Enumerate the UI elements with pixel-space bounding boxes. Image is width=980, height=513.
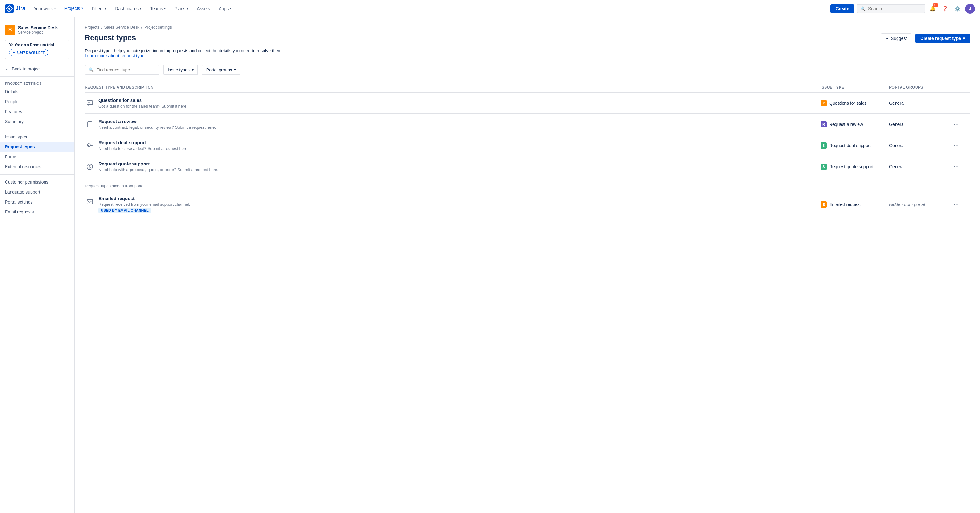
learn-more-link[interactable]: Learn more about request types. [85,53,148,58]
rt-desc: Request received from your email support… [99,202,190,207]
row-actions: ··· [951,141,970,150]
portal-groups-filter-button[interactable]: Portal groups ▾ [202,65,240,75]
sidebar-trial-title: You're on a Premium trial [9,43,65,47]
rt-desc: Need help to close a deal? Submit a requ… [99,146,188,151]
sidebar-divider-3 [0,174,75,175]
sidebar-item-customer-permissions[interactable]: Customer permissions [0,177,75,187]
page-header: Request types ✦ Suggest Create request t… [85,33,970,43]
rt-icon-chat [85,98,95,108]
rt-details: Request a review Need a contract, legal,… [99,119,216,130]
rt-name[interactable]: Request quote support [99,161,218,166]
issue-badge: E [821,201,827,207]
rt-desc: Need a contract, legal, or security revi… [99,125,216,130]
sidebar-item-language-support[interactable]: Language support [0,187,75,197]
svg-point-5 [91,102,91,103]
portal-group-cell: General [889,164,951,169]
topnav-logo-label: Jira [16,5,25,12]
svg-rect-17 [87,199,92,204]
col-issue-type: Issue type [821,85,889,89]
issue-badge: S [821,142,827,149]
sidebar-item-request-types[interactable]: Request types [0,142,75,152]
project-icon: S [5,25,15,35]
rt-info: $ Request quote support Need help with a… [85,161,821,172]
rt-icon-email [85,196,95,206]
topnav-apps[interactable]: Apps ▾ [216,4,235,13]
notification-badge: 9+ [933,3,938,7]
find-request-type-input[interactable] [96,67,156,72]
settings-button[interactable]: ⚙️ [953,4,963,14]
svg-point-4 [89,102,90,103]
issue-type-cell: S Request quote support [821,164,889,170]
sidebar-item-people[interactable]: People [0,97,75,107]
svg-rect-6 [88,121,92,127]
sidebar: S Sales Service Desk Service project You… [0,18,75,513]
topnav-logo[interactable]: Jira [5,4,25,13]
topnav-projects[interactable]: Projects ▾ [61,4,86,13]
rt-details: Request quote support Need help with a p… [99,161,218,172]
table-row: Emailed request Request received from yo… [85,191,970,218]
svg-point-3 [88,102,89,103]
svg-point-11 [88,145,89,146]
sidebar-back-button[interactable]: ← Back to project [0,64,75,74]
topnav-search-input[interactable] [868,6,921,11]
sidebar-divider-2 [0,129,75,129]
sidebar-project-type: Service project [18,30,58,35]
help-button[interactable]: ❓ [940,4,950,14]
plans-chevron-icon: ▾ [186,7,188,10]
sidebar-trial-button[interactable]: ✦ 2,347 DAYS LEFT [9,49,48,56]
rt-name[interactable]: Questions for sales [99,97,188,103]
rt-details: Request deal support Need help to close … [99,140,188,151]
suggest-button[interactable]: ✦ Suggest [881,33,912,43]
more-options-button[interactable]: ··· [951,141,961,150]
sidebar-project-header: S Sales Service Desk Service project [0,22,75,40]
topnav-search-box: 🔍 [857,4,925,13]
issue-types-chevron-icon: ▾ [192,67,194,72]
notifications-button[interactable]: 🔔 9+ [928,4,938,14]
sidebar-item-external-resources[interactable]: External resources [0,162,75,172]
rt-icon-key [85,140,95,151]
rt-name[interactable]: Emailed request [99,196,190,201]
sidebar-item-issue-types[interactable]: Issue types [0,132,75,142]
portal-group-cell: General [889,101,951,106]
rt-name[interactable]: Request deal support [99,140,188,145]
page-wrapper: S Sales Service Desk Service project You… [0,18,980,513]
table-row: Request a review Need a contract, legal,… [85,114,970,135]
topnav-plans[interactable]: Plans ▾ [171,4,191,13]
filters-bar: 🔍 Issue types ▾ Portal groups ▾ [85,65,970,75]
sidebar-item-summary[interactable]: Summary [0,116,75,126]
issue-badge: R [821,121,827,127]
sidebar-item-details[interactable]: Details [0,87,75,97]
sidebar-item-email-requests[interactable]: Email requests [0,207,75,217]
breadcrumb-project-settings[interactable]: Project settings [144,25,172,30]
user-avatar[interactable]: J [965,4,975,14]
rt-name[interactable]: Request a review [99,119,216,124]
more-options-button[interactable]: ··· [951,200,961,209]
row-actions: ··· [951,119,970,129]
sidebar-item-features[interactable]: Features [0,107,75,116]
yourwork-chevron-icon: ▾ [54,7,56,10]
topnav-filters[interactable]: Filters ▾ [89,4,109,13]
breadcrumb-service-desk[interactable]: Sales Service Desk [104,25,140,30]
portal-groups-chevron-icon: ▾ [234,67,236,72]
issue-type-cell: ? Questions for sales [821,100,889,106]
topnav-dashboards[interactable]: Dashboards ▾ [112,4,145,13]
sidebar-item-portal-settings[interactable]: Portal settings [0,197,75,207]
topnav-assets[interactable]: Assets [194,4,213,13]
more-options-button[interactable]: ··· [951,119,961,129]
topnav-yourwork[interactable]: Your work ▾ [30,4,59,13]
search-icon: 🔍 [89,67,94,72]
create-request-type-button[interactable]: Create request type ▾ [915,33,970,43]
topnav-teams[interactable]: Teams ▾ [147,4,169,13]
issue-types-filter-button[interactable]: Issue types ▾ [163,65,198,75]
portal-group-cell: General [889,143,951,148]
sidebar-item-forms[interactable]: Forms [0,152,75,162]
more-options-button[interactable]: ··· [951,99,961,108]
issue-badge: S [821,164,827,170]
projects-chevron-icon: ▾ [81,6,83,10]
portal-group-cell: Hidden from portal [889,202,951,207]
col-portal-groups: Portal groups [889,85,951,89]
topnav-create-button[interactable]: Create [830,4,854,13]
breadcrumb-projects[interactable]: Projects [85,25,99,30]
main-content: Projects / Sales Service Desk / Project … [75,18,980,513]
more-options-button[interactable]: ··· [951,162,961,171]
